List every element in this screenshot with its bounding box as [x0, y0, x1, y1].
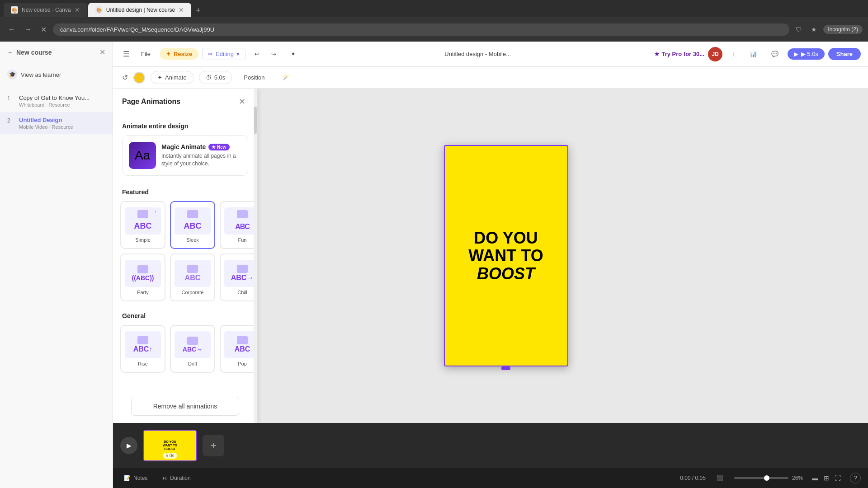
- magic-animate-desc: Instantly animate all pages in a style o…: [161, 152, 241, 168]
- course-item-2-title: Untitled Design: [19, 117, 73, 123]
- anim-corporate-card[interactable]: ABC Corporate: [170, 253, 215, 301]
- anim-drift-card[interactable]: ABC→ Drift: [170, 325, 215, 373]
- duration-icon: ⏯: [162, 475, 167, 481]
- grid-view-button[interactable]: ⊞: [822, 473, 831, 483]
- duration-button[interactable]: ⏯ Duration: [158, 473, 194, 483]
- course-item-2-num: 2: [7, 117, 14, 124]
- timeline-thumbnail-1[interactable]: DO YOUWANT TOBOOST 5.0s: [143, 430, 197, 461]
- tab-1-close[interactable]: ✕: [75, 6, 80, 14]
- comments-button[interactable]: 💬: [766, 48, 784, 60]
- featured-animations-grid: ABC ↑ Simple: [113, 201, 257, 309]
- share-button[interactable]: Share: [828, 48, 861, 60]
- new-badge: ★ New: [208, 144, 229, 150]
- magic-wand-button[interactable]: 🪄: [277, 71, 295, 84]
- color-picker-button[interactable]: [133, 72, 145, 84]
- play-toolbar-button[interactable]: ▶ ▶ 5.0s: [788, 48, 825, 60]
- resize-button[interactable]: ✦ Resize: [160, 48, 198, 60]
- new-tab-button[interactable]: +: [192, 4, 204, 17]
- hamburger-menu-button[interactable]: ☰: [120, 47, 132, 61]
- general-section-label: General: [113, 309, 257, 325]
- help-button[interactable]: ?: [850, 473, 861, 483]
- magic-button[interactable]: ✦: [285, 48, 301, 60]
- design-title: Untitled design - Mobile...: [444, 51, 511, 57]
- canvas-handle[interactable]: [501, 366, 510, 370]
- anim-fun-card[interactable]: ABC ↑ Fun: [220, 201, 257, 249]
- editing-button[interactable]: ✏ Editing ▾: [202, 48, 245, 60]
- canvas-area: ☰ File ✦ Resize ✏ Editing ▾ ↩ ↪ ✦ Untitl…: [113, 42, 868, 488]
- anim-simple-label: Simple: [135, 237, 151, 243]
- anim-rise-preview: ABC↑: [125, 331, 161, 358]
- tab-1[interactable]: 🎨 New course - Canva ✕: [4, 3, 87, 17]
- position-button[interactable]: Position: [237, 71, 271, 84]
- back-arrow-icon: ←: [7, 49, 14, 56]
- layout-buttons: ▬ ⊞ ⛶: [810, 473, 843, 483]
- timeline-play-button[interactable]: ▶: [120, 437, 137, 454]
- view-as-learner-button[interactable]: 🎓 View as learner: [0, 63, 113, 86]
- back-button[interactable]: ←: [5, 23, 18, 35]
- duration-button[interactable]: ⏱ 5.0s: [199, 71, 232, 84]
- course-item-1[interactable]: 1 Copy of Get to Know You... Whiteboard …: [0, 90, 113, 112]
- remove-animations-button[interactable]: Remove all animations: [131, 397, 239, 416]
- notes-button[interactable]: 📝 Notes: [120, 473, 151, 483]
- magic-animate-icon: Aa: [129, 142, 156, 169]
- course-back-button[interactable]: ← New course: [7, 49, 52, 56]
- file-menu-button[interactable]: File: [136, 48, 156, 60]
- fullscreen-button[interactable]: ⛶: [833, 473, 843, 483]
- shield-icon[interactable]: 🛡: [793, 24, 805, 35]
- anim-chill-card[interactable]: ABC→ Chill: [220, 253, 257, 301]
- timeline: ▶ DO YOUWANT TOBOOST 5.0s +: [113, 423, 868, 468]
- magic-animate-title: Magic Animate ★ New: [161, 143, 241, 150]
- panel-footer: Remove all animations: [113, 389, 257, 423]
- anim-party-card[interactable]: ((ABC)) Party: [120, 253, 165, 301]
- anim-pop-card[interactable]: ABC Pop: [220, 325, 257, 373]
- anim-chill-label: Chill: [237, 290, 247, 295]
- browser-actions: 🛡 ★ Incognito (2): [793, 24, 863, 35]
- bookmark-icon[interactable]: ★: [808, 24, 820, 35]
- anim-corporate-preview: ABC: [175, 260, 211, 287]
- try-pro-label: Try Pro for 30...: [661, 51, 704, 57]
- bottom-bar: 📝 Notes ⏯ Duration 0:00 / 0:05 ⬛ 26% ▬: [113, 468, 868, 488]
- add-button[interactable]: +: [726, 48, 741, 60]
- tab-2-label: Untitled design | New course: [106, 7, 175, 13]
- undo-button[interactable]: ↩: [249, 48, 265, 60]
- refresh-button[interactable]: ✕: [38, 23, 49, 36]
- refresh-design-button[interactable]: ↺: [122, 73, 128, 82]
- course-sidebar-close-button[interactable]: ✕: [99, 48, 105, 56]
- course-item-1-num: 1: [7, 95, 14, 102]
- tab-2-close[interactable]: ✕: [179, 6, 184, 14]
- anim-rise-card[interactable]: ABC↑ Rise: [120, 325, 165, 373]
- play-icon: ▶: [794, 51, 798, 57]
- redo-button[interactable]: ↪: [266, 48, 282, 60]
- chevron-down-icon: ▾: [236, 51, 240, 57]
- anim-sleek-label: Sleek: [186, 237, 199, 243]
- panel-close-button[interactable]: ✕: [236, 96, 248, 108]
- animate-button[interactable]: ✦ Animate: [151, 71, 193, 84]
- forward-button[interactable]: →: [22, 23, 34, 35]
- anim-sleek-card[interactable]: ABC Sleek: [170, 201, 215, 249]
- magic-animate-card[interactable]: Aa Magic Animate ★ New Instantly animate…: [122, 135, 248, 176]
- design-canvas[interactable]: DO YOU WANT TO BOOST: [444, 145, 568, 366]
- anim-sleek-preview: ABC: [175, 207, 211, 235]
- course-sidebar: ← New course ✕ 🎓 View as learner 1 Copy …: [0, 42, 113, 488]
- file-label: File: [141, 51, 151, 57]
- address-bar[interactable]: [53, 23, 789, 36]
- tab-2[interactable]: 🎨 Untitled design | New course ✕: [88, 3, 192, 17]
- course-title: New course: [16, 49, 52, 56]
- view-as-learner-label: View as learner: [21, 71, 61, 78]
- course-item-2[interactable]: 2 Untitled Design Mobile Video · Resourc…: [0, 112, 113, 134]
- add-slide-button[interactable]: +: [203, 435, 224, 456]
- user-avatar[interactable]: JD: [708, 47, 722, 61]
- single-view-button[interactable]: ▬: [810, 473, 820, 483]
- panel-scrollbar[interactable]: [254, 89, 257, 423]
- analytics-button[interactable]: 📊: [744, 48, 762, 60]
- duration-value: 5.0s: [214, 74, 226, 81]
- canvas-line-3: BOOST: [477, 264, 535, 283]
- zoom-slider[interactable]: [734, 477, 788, 479]
- anim-pop-label: Pop: [238, 361, 247, 366]
- tab-bar: 🎨 New course - Canva ✕ 🎨 Untitled design…: [0, 0, 868, 17]
- screen-size-button[interactable]: ⬛: [713, 473, 727, 483]
- anim-simple-card[interactable]: ABC ↑ Simple: [120, 201, 165, 249]
- learner-icon: 🎓: [7, 70, 17, 80]
- crown-icon: ★: [654, 51, 660, 57]
- try-pro-button[interactable]: ★ Try Pro for 30...: [654, 51, 704, 57]
